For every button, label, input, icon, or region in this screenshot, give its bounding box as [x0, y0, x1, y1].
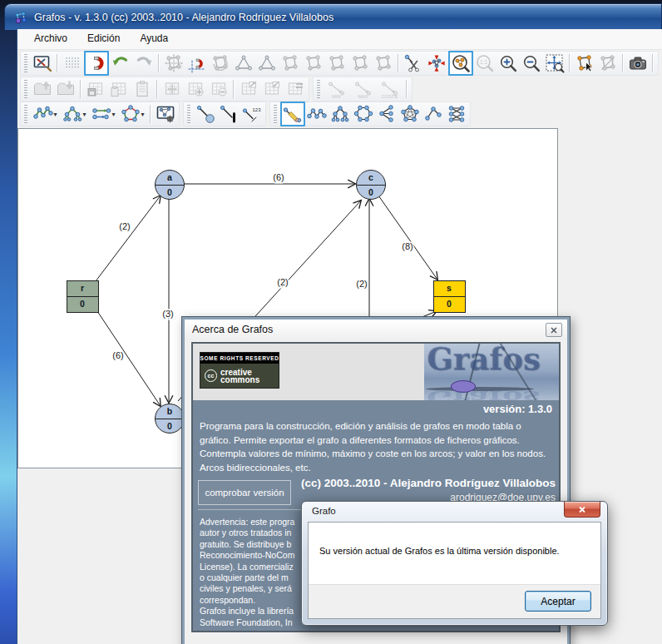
- remove-row-button[interactable]: [207, 77, 230, 101]
- update-dialog-content: Su versión actual de Grafos es la última…: [308, 522, 601, 619]
- insert-bipartite-button[interactable]: [445, 102, 468, 126]
- edge-r-a[interactable]: [96, 196, 161, 281]
- toggle-magnet-icon: [86, 53, 106, 73]
- arrange-nodes-2-icon: [257, 53, 277, 73]
- draw-arc-tool-button[interactable]: [280, 102, 305, 126]
- insert-path-button[interactable]: [305, 102, 329, 126]
- rotate-graph-button[interactable]: [209, 52, 232, 75]
- paste-table-button[interactable]: [107, 77, 131, 101]
- main-window-titlebar[interactable]: Grafos - v. 1.3.0 (cc) 2003..2010 - Alej…: [4, 3, 662, 30]
- edge-label-c-s[interactable]: (8): [402, 241, 413, 251]
- snapshot-button[interactable]: [626, 52, 650, 75]
- select-nodes-button[interactable]: [573, 52, 596, 75]
- graph-options-button[interactable]: [31, 52, 54, 75]
- toolbar-draw: ▾▾▾▾123: [17, 102, 662, 126]
- show-min-button[interactable]: MIN: [324, 77, 350, 101]
- edge-r-b[interactable]: [97, 311, 161, 406]
- node-s[interactable]: s0: [433, 280, 466, 313]
- update-dialog-title: Grafo: [312, 506, 336, 516]
- menu-edicion[interactable]: Edición: [77, 29, 130, 49]
- cut-arc-button[interactable]: [402, 52, 425, 75]
- max-flow-menu-button[interactable]: ▾: [89, 102, 118, 126]
- zoom-out-button[interactable]: [520, 52, 543, 75]
- insert-cycle-button[interactable]: [352, 102, 375, 126]
- show-coste-button[interactable]: COSTE: [377, 77, 403, 101]
- about-dialog-titlebar[interactable]: Acerca de Grafos: [185, 320, 567, 339]
- expand-table-button[interactable]: [237, 77, 260, 101]
- arrange-nodes-1-button[interactable]: [232, 52, 255, 75]
- move-graph-button[interactable]: [162, 52, 185, 75]
- toolbar-grip[interactable]: [317, 80, 320, 98]
- shrink-table-button[interactable]: [260, 77, 284, 101]
- cc-rights-label: SOME RIGHTS RESERVED: [200, 353, 279, 364]
- toolbar-separator: [158, 54, 160, 72]
- toolbar-separator: [398, 54, 399, 72]
- edge-label-b-c[interactable]: (2): [277, 277, 288, 287]
- mirror-vertical-button[interactable]: [372, 52, 395, 75]
- align-center-button[interactable]: [302, 52, 325, 75]
- edge-label-r-b[interactable]: (6): [112, 350, 123, 360]
- cycle-menu-button[interactable]: ▾: [118, 102, 147, 126]
- insert-tree-button[interactable]: [329, 102, 352, 126]
- undo-button[interactable]: [109, 52, 132, 75]
- node-c[interactable]: c0: [356, 170, 386, 200]
- about-close-button[interactable]: [546, 323, 562, 337]
- zoom-fit-button[interactable]: [425, 52, 448, 75]
- show-max-button[interactable]: MAX: [350, 77, 377, 101]
- update-close-button[interactable]: [564, 502, 600, 518]
- insert-complete-graph-button[interactable]: [398, 102, 422, 126]
- arrange-nodes-2-button[interactable]: [255, 52, 279, 75]
- graph-analysis-button[interactable]: [154, 102, 177, 126]
- node-r[interactable]: r0: [67, 280, 99, 313]
- toggle-magnet-button[interactable]: [84, 51, 109, 76]
- toggle-grid-button[interactable]: [61, 52, 84, 75]
- zoom-in-button[interactable]: [496, 52, 520, 75]
- node-b[interactable]: b0: [155, 404, 185, 433]
- insert-star-button[interactable]: [375, 102, 398, 126]
- spanning-tree-menu-button[interactable]: ▾: [60, 102, 89, 126]
- node-a[interactable]: a0: [155, 170, 185, 200]
- transpose-table-button[interactable]: [284, 77, 307, 101]
- check-version-button[interactable]: comprobar versión: [198, 480, 291, 505]
- align-right-button[interactable]: [325, 52, 348, 75]
- select-arcs-button[interactable]: [596, 52, 620, 75]
- edit-node-values-button[interactable]: [194, 102, 217, 126]
- edge-label-b-c[interactable]: (2): [356, 279, 367, 289]
- toolbar-grip[interactable]: [187, 105, 190, 123]
- insert-chain-button[interactable]: [422, 102, 445, 126]
- edge-label-a-c[interactable]: (6): [273, 172, 284, 182]
- zoom-pan-button[interactable]: [543, 52, 566, 75]
- accept-button[interactable]: Aceptar: [525, 591, 591, 612]
- mirror-horizontal-button[interactable]: [348, 52, 372, 75]
- toolbar-grip[interactable]: [24, 80, 27, 98]
- menu-ayuda[interactable]: Ayuda: [130, 29, 178, 49]
- import-graph-icon: [56, 79, 76, 99]
- toolbar-table: MINMAXCOSTE: [17, 76, 662, 102]
- show-max-icon: MAX: [353, 79, 373, 99]
- toolbar-grip[interactable]: [274, 105, 277, 123]
- rotate-graph-icon: [210, 53, 230, 73]
- edit-arc-values-button[interactable]: [217, 102, 240, 126]
- export-graph-button[interactable]: [31, 77, 54, 101]
- menu-archivo[interactable]: Archivo: [24, 29, 77, 49]
- edge-c-s[interactable]: [378, 196, 437, 280]
- copy-table-button[interactable]: [131, 77, 154, 101]
- toolbar-grip[interactable]: [24, 54, 27, 72]
- redo-button[interactable]: [132, 52, 156, 75]
- import-graph-button[interactable]: [54, 77, 77, 101]
- edit-arc-numbers-button[interactable]: 123: [240, 102, 264, 126]
- edge-label-r-a[interactable]: (2): [119, 221, 130, 231]
- align-left-button[interactable]: [279, 52, 302, 75]
- edge-label-a-b[interactable]: (3): [162, 309, 173, 319]
- about-credits: (cc) 2003..2010 - Alejandro Rodríguez Vi…: [301, 477, 556, 489]
- toolbar-grip[interactable]: [24, 105, 27, 123]
- zoom-window-button[interactable]: [448, 51, 473, 76]
- add-row-button[interactable]: [184, 77, 207, 101]
- save-table-button[interactable]: [84, 77, 107, 101]
- zoom-actual-button[interactable]: 1:1: [473, 52, 496, 75]
- toolbar-separator: [622, 54, 624, 72]
- about-description: Programa para la construcción, edición y…: [200, 419, 554, 474]
- shortest-path-menu-button[interactable]: ▾: [31, 102, 60, 126]
- snap-node-button[interactable]: [185, 52, 209, 75]
- resize-table-button[interactable]: [161, 77, 184, 101]
